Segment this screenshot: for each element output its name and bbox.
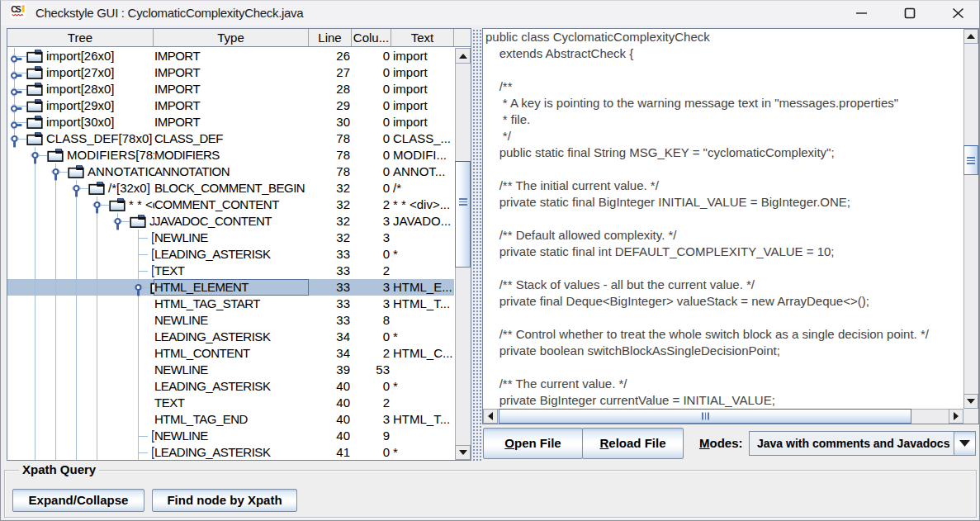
cell-line: 78: [309, 147, 350, 163]
modes-label: Modes:: [699, 428, 743, 459]
code-scroll-down-button[interactable]: [963, 394, 978, 409]
tree-expand-handle[interactable]: [10, 52, 22, 67]
tree-collapsed-handle-icon: [10, 104, 22, 113]
tree-expand-handle[interactable]: [72, 184, 81, 201]
tree-expanded-handle-icon: [113, 217, 122, 230]
table-scrollbar-thumb[interactable]: [455, 161, 471, 268]
minimize-button[interactable]: [842, 1, 880, 26]
column-header-type[interactable]: Type: [154, 29, 309, 46]
column-header-text[interactable]: Text: [391, 29, 454, 46]
table-scroll-up-button[interactable]: [455, 48, 471, 64]
column-header-line[interactable]: Line: [309, 29, 352, 46]
code-scrollbar-thumb[interactable]: [963, 145, 978, 175]
close-button[interactable]: [939, 1, 977, 26]
code-scroll-left-button[interactable]: [483, 409, 498, 424]
tree-expand-handle[interactable]: [92, 201, 102, 217]
tree-node-icon: [26, 99, 43, 116]
tree-expand-handle[interactable]: [10, 85, 22, 100]
code-text: public class CyclomaticComplexityCheck e…: [483, 29, 963, 409]
combobox-arrow-button[interactable]: [954, 432, 975, 455]
app-window: CS Checkstyle GUI : CyclomaticComplexity…: [0, 0, 980, 521]
cell-text: *: [393, 444, 454, 460]
code-scroll-up-button[interactable]: [963, 29, 978, 44]
code-vscrollbar[interactable]: [963, 29, 978, 409]
cell-type: BLOCK_COMMENT_BEGIN: [154, 180, 308, 197]
cell-text: HTML_T...: [393, 411, 454, 428]
folder-icon: [26, 99, 43, 112]
chevron-down-icon: [959, 440, 970, 447]
cell-text: CLASS_...: [393, 130, 454, 147]
cell-type: IMPORT: [154, 48, 308, 64]
arrow-down-icon: [967, 399, 975, 404]
tree-node-label: import[27x0]: [46, 64, 115, 81]
cell-type: LEADING_ASTERISK: [154, 246, 308, 263]
tree-expand-handle[interactable]: [113, 217, 122, 234]
tree-node-icon: [68, 165, 84, 182]
tree-expand-handle[interactable]: [10, 69, 22, 83]
cell-type: NEWLINE: [154, 230, 308, 246]
maximize-icon: [891, 1, 929, 26]
tree-expand-handle[interactable]: [10, 102, 22, 116]
tree-node-icon: [130, 215, 146, 231]
table-scroll-down-button[interactable]: [455, 445, 471, 460]
leaf-icon: [152, 447, 154, 459]
window-title: Checkstyle GUI : CyclomaticComplexityChe…: [36, 1, 303, 26]
cell-line: 39: [309, 362, 350, 378]
folder-icon: [150, 281, 154, 294]
cell-column: 0: [352, 81, 390, 97]
tree-node-icon: [26, 50, 43, 66]
tree-expand-handle[interactable]: [134, 283, 143, 300]
cell-type: IMPORT: [154, 97, 308, 114]
close-icon: [939, 1, 977, 26]
tree-node-label: MODIFIERS[78x0]: [67, 147, 154, 163]
tree-handle-connector: [141, 287, 150, 288]
cell-type: NEWLINE: [154, 428, 308, 444]
tree-expanded-handle-icon: [51, 168, 60, 181]
tree-expanded-handle-icon: [10, 135, 19, 148]
folder-icon: [68, 165, 84, 178]
cell-type: IMPORT: [154, 64, 308, 81]
cell-column: 3: [352, 411, 390, 428]
column-header-tree[interactable]: Tree: [7, 29, 154, 46]
tree-expand-handle[interactable]: [51, 168, 60, 184]
tree-expand-handle[interactable]: [31, 151, 40, 168]
cell-line: 33: [309, 312, 350, 329]
code-scroll-right-button[interactable]: [949, 409, 963, 424]
cell-text: HTML_E...: [393, 279, 454, 296]
expand-collapse-button[interactable]: Expand/Collapse: [12, 489, 144, 512]
cell-line: 33: [309, 263, 350, 279]
split-pane-divider[interactable]: [471, 28, 482, 461]
tree-expanded-handle-icon: [72, 184, 81, 197]
cell-type: LEADING_ASTERISK: [154, 444, 308, 460]
cell-column: 8: [352, 312, 390, 329]
cell-column: 0: [352, 378, 390, 395]
code-hscrollbar-thumb[interactable]: [499, 409, 911, 424]
folder-icon: [130, 215, 146, 228]
mnemonic-underline: R: [599, 436, 608, 450]
tree-expand-handle[interactable]: [10, 118, 22, 133]
tree-expand-handle[interactable]: [10, 135, 19, 151]
cell-line: 78: [309, 163, 350, 180]
tree-guide-line: [35, 147, 36, 460]
reload-file-button[interactable]: Reload File: [582, 428, 684, 459]
column-header-colu[interactable]: Colu...: [352, 29, 391, 46]
leaf-icon: [152, 265, 154, 277]
open-file-button[interactable]: Open File: [483, 428, 583, 459]
modes-combobox[interactable]: Java with comments and Javadocs: [749, 431, 976, 456]
grip-line: [708, 413, 709, 420]
maximize-button[interactable]: [891, 1, 929, 26]
code-area[interactable]: public class CyclomaticComplexityCheck e…: [483, 29, 963, 409]
cell-type: COMMENT_CONTENT: [154, 197, 308, 213]
cell-type: ANNOTATION: [154, 163, 308, 180]
tree-handle-connector: [79, 188, 88, 189]
tree-collapsed-handle-icon: [10, 121, 22, 130]
cell-text: JAVADO...: [393, 213, 454, 230]
cell-text: *: [393, 329, 454, 345]
find-node-by-xpath-button[interactable]: Find node by Xpath: [152, 489, 297, 512]
cell-line: 30: [309, 114, 350, 130]
cell-type: LEADING_ASTERISK: [154, 378, 308, 395]
tree-node-icon: [152, 430, 154, 446]
cell-line: 41: [309, 444, 350, 460]
cell-text: import: [393, 114, 454, 130]
cell-line: 28: [309, 81, 350, 97]
